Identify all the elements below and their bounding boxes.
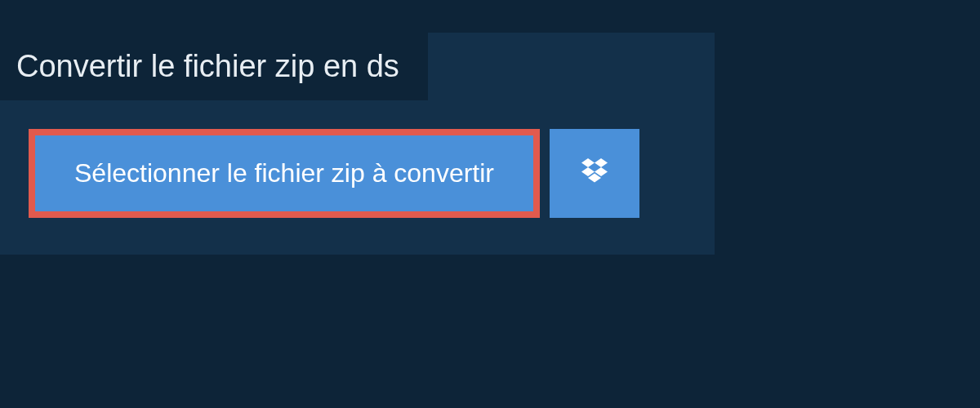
title-bar: Convertir le fichier zip en ds [0,33,428,100]
button-row: Sélectionner le fichier zip à convertir [29,129,715,218]
select-file-button[interactable]: Sélectionner le fichier zip à convertir [29,129,540,218]
dropbox-button[interactable] [550,129,639,218]
page-title: Convertir le fichier zip en ds [16,49,399,84]
dropbox-icon [578,156,611,192]
conversion-panel: Convertir le fichier zip en ds Sélection… [0,33,715,255]
select-file-label: Sélectionner le fichier zip à convertir [74,158,494,188]
